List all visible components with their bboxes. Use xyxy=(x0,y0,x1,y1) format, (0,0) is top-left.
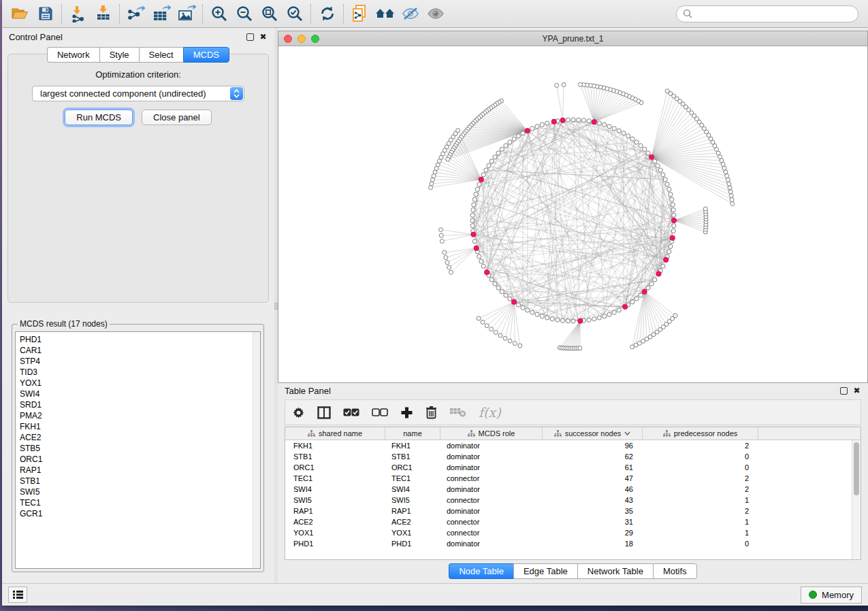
tab-style[interactable]: Style xyxy=(99,47,139,63)
refresh-layout-icon xyxy=(319,5,336,22)
first-neighbors-button[interactable] xyxy=(372,2,398,25)
search-input[interactable] xyxy=(696,9,852,18)
close-panel-button[interactable]: Close panel xyxy=(142,110,212,125)
cell-MCDS-role: dominator xyxy=(440,540,543,548)
first-neighbors-icon xyxy=(375,5,396,22)
table-scrollbar-thumb[interactable] xyxy=(854,442,859,495)
cell-successor-nodes: 47 xyxy=(543,474,643,482)
export-table-button[interactable] xyxy=(148,2,174,25)
memory-button-label: Memory xyxy=(822,590,854,600)
mcds-result-item[interactable]: PHD1 xyxy=(20,334,260,345)
mcds-result-item[interactable]: ACE2 xyxy=(20,432,260,443)
toolbar-separator xyxy=(61,4,62,23)
float-panel-icon[interactable] xyxy=(246,33,254,41)
table-row[interactable]: PHD1PHD1dominator180 xyxy=(285,538,861,549)
zoom-in-button[interactable] xyxy=(206,2,231,25)
close-table-panel-icon[interactable]: ✖ xyxy=(852,386,861,395)
tab-network-table[interactable]: Network Table xyxy=(577,563,653,579)
table-row[interactable]: SWI5SWI5connector431 xyxy=(285,495,861,506)
network-canvas[interactable] xyxy=(278,46,867,382)
cell-MCDS-role: connector xyxy=(440,529,543,537)
table-row[interactable]: ACE2ACE2connector311 xyxy=(285,516,861,527)
network-view-window: YPA_prune.txt_1 xyxy=(278,31,868,383)
column-header-successor-nodes[interactable]: successor nodes xyxy=(543,427,643,440)
mcds-list-scrollbar[interactable] xyxy=(253,332,260,568)
function-builder-icon[interactable]: f(x) xyxy=(479,405,501,420)
cell-name: ACE2 xyxy=(385,518,440,526)
mcds-result-item[interactable]: YOX1 xyxy=(20,378,260,389)
column-header-name[interactable]: name xyxy=(385,427,440,440)
optimization-criterion-select[interactable]: largest connected component (undirected) xyxy=(32,86,244,101)
column-view-icon[interactable] xyxy=(317,406,331,419)
table-row[interactable]: FKH1FKH1dominator962 xyxy=(285,440,861,451)
delete-icon[interactable] xyxy=(425,406,437,419)
cell-name: ORC1 xyxy=(385,463,440,472)
gear-icon[interactable] xyxy=(292,406,305,419)
cell-successor-nodes: 35 xyxy=(543,507,643,515)
clone-network-button[interactable] xyxy=(347,2,372,25)
mcds-result-item[interactable]: CAR1 xyxy=(20,345,260,356)
mcds-result-item[interactable]: TID3 xyxy=(20,367,260,378)
tab-network[interactable]: Network xyxy=(47,47,99,63)
search-box[interactable] xyxy=(676,5,858,22)
table-scrollbar[interactable] xyxy=(852,440,861,559)
table-row[interactable]: TEC1TEC1connector472 xyxy=(285,473,861,484)
column-header-MCDS-role[interactable]: MCDS role xyxy=(440,427,543,440)
table-row[interactable]: ORC1ORC1dominator610 xyxy=(285,462,861,473)
save-session-icon xyxy=(37,5,54,22)
tab-motifs[interactable]: Motifs xyxy=(653,563,697,579)
mcds-result-item[interactable]: STB1 xyxy=(20,476,260,486)
table-row[interactable]: YOX1YOX1connector291 xyxy=(285,527,861,538)
mcds-result-item[interactable]: STP4 xyxy=(20,356,260,367)
column-header-predecessor-nodes[interactable]: predecessor nodes xyxy=(643,427,758,440)
table-row[interactable]: SWI4SWI4dominator462 xyxy=(285,484,861,495)
application-window: Control Panel ✖ NetworkStyleSelectMCDS O… xyxy=(2,0,868,606)
mcds-result-item[interactable]: STB5 xyxy=(20,443,260,454)
table-row[interactable]: RAP1RAP1dominator352 xyxy=(285,506,861,516)
memory-button[interactable]: Memory xyxy=(801,587,862,604)
export-network-button[interactable] xyxy=(123,2,148,25)
column-header-shared-name[interactable]: shared name xyxy=(285,427,385,440)
network-window-titlebar[interactable]: YPA_prune.txt_1 xyxy=(278,31,867,46)
refresh-layout-button[interactable] xyxy=(315,2,340,25)
zoom-out-button[interactable] xyxy=(231,2,257,25)
toolbar-separator xyxy=(119,4,120,23)
mcds-result-list[interactable]: PHD1CAR1STP4TID3YOX1SWI4SRD1PMA2FKH1ACE2… xyxy=(15,331,261,569)
run-mcds-button[interactable]: Run MCDS xyxy=(65,110,133,125)
export-image-button[interactable] xyxy=(174,2,199,25)
hide-selected-button[interactable] xyxy=(398,2,423,25)
mcds-result-item[interactable]: RAP1 xyxy=(20,465,260,476)
shared-column-icon xyxy=(663,430,671,437)
network-graph[interactable] xyxy=(278,46,867,382)
tab-select[interactable]: Select xyxy=(139,47,183,63)
cell-MCDS-role: connector xyxy=(440,474,543,482)
mcds-result-item[interactable]: ORC1 xyxy=(20,454,260,465)
mcds-result-item[interactable]: SWI4 xyxy=(20,389,260,399)
mcds-result-item[interactable]: SWI5 xyxy=(20,486,260,497)
import-network-button[interactable] xyxy=(65,2,91,25)
tab-node-table[interactable]: Node Table xyxy=(449,563,513,579)
tab-edge-table[interactable]: Edge Table xyxy=(513,563,577,579)
open-file-button[interactable] xyxy=(7,2,33,25)
save-session-button[interactable] xyxy=(33,2,58,25)
mcds-result-item[interactable]: GCR1 xyxy=(20,508,260,519)
mcds-result-item[interactable]: PMA2 xyxy=(20,410,260,421)
mcds-result-item[interactable]: SRD1 xyxy=(20,399,260,410)
close-panel-icon[interactable]: ✖ xyxy=(259,33,268,42)
add-column-icon[interactable] xyxy=(400,406,413,419)
table-row[interactable]: STB1STB1dominator620 xyxy=(285,451,861,462)
cell-predecessor-nodes: 2 xyxy=(643,474,758,482)
delete-table-icon[interactable] xyxy=(449,407,466,418)
task-history-button[interactable] xyxy=(8,587,27,603)
float-table-panel-icon[interactable] xyxy=(840,387,848,395)
show-all-button[interactable] xyxy=(423,2,448,25)
zoom-selected-button[interactable] xyxy=(282,2,307,25)
import-table-button[interactable] xyxy=(91,2,116,25)
tab-mcds[interactable]: MCDS xyxy=(183,47,229,63)
deselect-all-icon[interactable] xyxy=(372,408,388,417)
mcds-result-item[interactable]: TEC1 xyxy=(20,497,260,508)
network-window-title: YPA_prune.txt_1 xyxy=(278,34,867,44)
zoom-fit-button[interactable] xyxy=(257,2,282,25)
select-all-icon[interactable] xyxy=(343,408,359,417)
mcds-result-item[interactable]: FKH1 xyxy=(20,421,260,432)
